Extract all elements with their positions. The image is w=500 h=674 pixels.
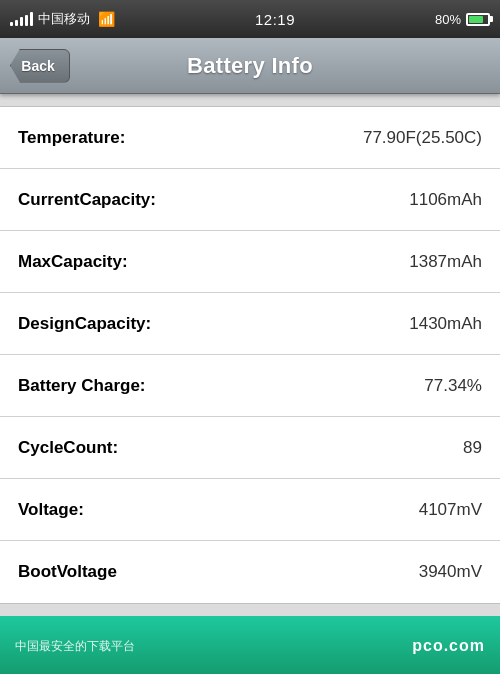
row-value: 77.90F(25.50C) bbox=[363, 128, 482, 148]
watermark-bar: 中国最安全的下载平台 pco.com bbox=[0, 616, 500, 674]
page-title: Battery Info bbox=[187, 53, 313, 79]
wifi-icon: 📶 bbox=[98, 11, 115, 27]
watermark-text: 中国最安全的下载平台 bbox=[15, 638, 135, 655]
row-label: BootVoltage bbox=[18, 562, 117, 582]
row-value: 4107mV bbox=[419, 500, 482, 520]
nav-bar: Back Battery Info bbox=[0, 38, 500, 94]
signal-bar-3 bbox=[20, 17, 23, 26]
row-label: CycleCount: bbox=[18, 438, 118, 458]
battery-percent: 80% bbox=[435, 12, 461, 27]
row-label: MaxCapacity: bbox=[18, 252, 128, 272]
table-row: CycleCount:89 bbox=[0, 417, 500, 479]
row-label: CurrentCapacity: bbox=[18, 190, 156, 210]
signal-bar-1 bbox=[10, 22, 13, 26]
table-row: DesignCapacity:1430mAh bbox=[0, 293, 500, 355]
table-row: Battery Charge:77.34% bbox=[0, 355, 500, 417]
table-row: Voltage:4107mV bbox=[0, 479, 500, 541]
status-right: 80% bbox=[435, 12, 490, 27]
signal-bar-2 bbox=[15, 20, 18, 26]
status-time: 12:19 bbox=[255, 11, 295, 28]
table-row: CurrentCapacity:1106mAh bbox=[0, 169, 500, 231]
content-area: Temperature:77.90F(25.50C)CurrentCapacit… bbox=[0, 94, 500, 616]
status-bar: 中国移动 📶 12:19 80% bbox=[0, 0, 500, 38]
row-label: Voltage: bbox=[18, 500, 84, 520]
table-row: Temperature:77.90F(25.50C) bbox=[0, 107, 500, 169]
battery-icon bbox=[466, 13, 490, 26]
row-value: 1387mAh bbox=[409, 252, 482, 272]
watermark-logo: pco.com bbox=[412, 637, 485, 655]
info-table: Temperature:77.90F(25.50C)CurrentCapacit… bbox=[0, 106, 500, 604]
row-value: 1106mAh bbox=[409, 190, 482, 210]
table-row: BootVoltage3940mV bbox=[0, 541, 500, 603]
row-label: DesignCapacity: bbox=[18, 314, 151, 334]
signal-bar-4 bbox=[25, 15, 28, 26]
signal-bar-5 bbox=[30, 12, 33, 26]
row-value: 89 bbox=[463, 438, 482, 458]
row-label: Temperature: bbox=[18, 128, 125, 148]
table-row: MaxCapacity:1387mAh bbox=[0, 231, 500, 293]
carrier-label: 中国移动 bbox=[38, 10, 90, 28]
row-label: Battery Charge: bbox=[18, 376, 146, 396]
battery-fill bbox=[469, 16, 483, 23]
row-value: 1430mAh bbox=[409, 314, 482, 334]
status-left: 中国移动 📶 bbox=[10, 10, 115, 28]
row-value: 77.34% bbox=[424, 376, 482, 396]
back-button[interactable]: Back bbox=[10, 49, 70, 83]
row-value: 3940mV bbox=[419, 562, 482, 582]
signal-bars bbox=[10, 12, 33, 26]
